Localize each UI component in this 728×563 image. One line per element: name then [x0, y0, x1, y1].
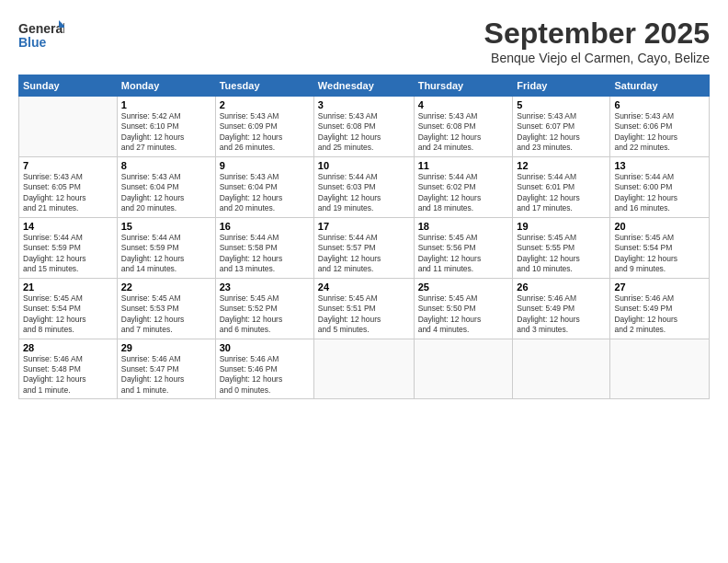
day-number: 3	[318, 99, 410, 110]
day-info: Sunrise: 5:44 AM Sunset: 5:59 PM Dayligh…	[23, 233, 113, 275]
day-info: Sunrise: 5:44 AM Sunset: 5:58 PM Dayligh…	[220, 233, 310, 275]
calendar-cell: 18Sunrise: 5:45 AM Sunset: 5:56 PM Dayli…	[414, 217, 513, 278]
calendar-week-5: 28Sunrise: 5:46 AM Sunset: 5:48 PM Dayli…	[19, 339, 710, 399]
day-number: 1	[121, 99, 211, 110]
day-number: 30	[220, 342, 310, 353]
day-number: 25	[418, 282, 509, 293]
day-info: Sunrise: 5:43 AM Sunset: 6:05 PM Dayligh…	[23, 172, 113, 214]
day-info: Sunrise: 5:42 AM Sunset: 6:10 PM Dayligh…	[121, 111, 211, 154]
logo-icon: General Blue	[18, 17, 64, 53]
calendar-header-tuesday: Tuesday	[215, 75, 313, 97]
day-number: 9	[220, 160, 310, 171]
svg-text:Blue: Blue	[18, 35, 47, 50]
svg-text:General: General	[18, 21, 64, 36]
calendar-header-saturday: Saturday	[610, 75, 710, 97]
calendar-cell: 21Sunrise: 5:45 AM Sunset: 5:54 PM Dayli…	[19, 278, 118, 339]
day-number: 6	[614, 99, 705, 110]
calendar-cell: 7Sunrise: 5:43 AM Sunset: 6:05 PM Daylig…	[19, 156, 118, 217]
day-number: 5	[517, 99, 606, 110]
day-info: Sunrise: 5:45 AM Sunset: 5:55 PM Dayligh…	[517, 233, 606, 275]
day-number: 11	[418, 160, 509, 171]
day-info: Sunrise: 5:46 AM Sunset: 5:48 PM Dayligh…	[23, 354, 113, 396]
day-info: Sunrise: 5:45 AM Sunset: 5:54 PM Dayligh…	[23, 293, 113, 336]
day-number: 8	[121, 160, 211, 171]
day-info: Sunrise: 5:44 AM Sunset: 5:57 PM Dayligh…	[318, 233, 410, 275]
calendar-cell	[19, 97, 118, 157]
day-number: 23	[220, 282, 310, 293]
calendar-cell	[610, 339, 710, 399]
calendar-week-4: 21Sunrise: 5:45 AM Sunset: 5:54 PM Dayli…	[19, 278, 710, 339]
calendar-cell: 14Sunrise: 5:44 AM Sunset: 5:59 PM Dayli…	[19, 217, 118, 278]
day-number: 20	[614, 221, 705, 232]
day-info: Sunrise: 5:46 AM Sunset: 5:46 PM Dayligh…	[220, 354, 310, 396]
day-info: Sunrise: 5:43 AM Sunset: 6:04 PM Dayligh…	[220, 172, 310, 214]
day-number: 2	[220, 99, 310, 110]
calendar-header-thursday: Thursday	[414, 75, 513, 97]
day-number: 12	[517, 160, 606, 171]
calendar-cell: 27Sunrise: 5:46 AM Sunset: 5:49 PM Dayli…	[610, 278, 710, 339]
calendar-table: SundayMondayTuesdayWednesdayThursdayFrid…	[18, 75, 710, 399]
day-number: 4	[418, 99, 509, 110]
day-number: 26	[517, 282, 606, 293]
calendar-cell: 22Sunrise: 5:45 AM Sunset: 5:53 PM Dayli…	[117, 278, 215, 339]
calendar-cell: 13Sunrise: 5:44 AM Sunset: 6:00 PM Dayli…	[610, 156, 710, 217]
day-number: 15	[121, 221, 211, 232]
logo: General Blue	[18, 17, 64, 53]
calendar-cell: 16Sunrise: 5:44 AM Sunset: 5:58 PM Dayli…	[215, 217, 313, 278]
calendar-week-3: 14Sunrise: 5:44 AM Sunset: 5:59 PM Dayli…	[19, 217, 710, 278]
day-number: 10	[318, 160, 410, 171]
day-info: Sunrise: 5:45 AM Sunset: 5:50 PM Dayligh…	[418, 293, 509, 336]
day-number: 19	[517, 221, 606, 232]
day-info: Sunrise: 5:46 AM Sunset: 5:47 PM Dayligh…	[121, 354, 211, 396]
calendar-cell: 10Sunrise: 5:44 AM Sunset: 6:03 PM Dayli…	[313, 156, 414, 217]
calendar-cell: 28Sunrise: 5:46 AM Sunset: 5:48 PM Dayli…	[19, 339, 118, 399]
day-number: 16	[220, 221, 310, 232]
calendar-header-wednesday: Wednesday	[313, 75, 414, 97]
calendar-header-friday: Friday	[513, 75, 610, 97]
calendar-cell: 25Sunrise: 5:45 AM Sunset: 5:50 PM Dayli…	[414, 278, 513, 339]
calendar-cell: 19Sunrise: 5:45 AM Sunset: 5:55 PM Dayli…	[513, 217, 610, 278]
day-number: 22	[121, 282, 211, 293]
calendar-cell	[313, 339, 414, 399]
calendar-cell: 6Sunrise: 5:43 AM Sunset: 6:06 PM Daylig…	[610, 97, 710, 157]
day-number: 14	[23, 221, 113, 232]
calendar-cell: 2Sunrise: 5:43 AM Sunset: 6:09 PM Daylig…	[215, 97, 313, 157]
day-info: Sunrise: 5:43 AM Sunset: 6:07 PM Dayligh…	[517, 111, 606, 154]
day-number: 28	[23, 342, 113, 353]
calendar-week-2: 7Sunrise: 5:43 AM Sunset: 6:05 PM Daylig…	[19, 156, 710, 217]
calendar-cell: 3Sunrise: 5:43 AM Sunset: 6:08 PM Daylig…	[313, 97, 414, 157]
day-number: 29	[121, 342, 211, 353]
day-number: 18	[418, 221, 509, 232]
calendar-cell	[414, 339, 513, 399]
day-number: 21	[23, 282, 113, 293]
calendar-cell: 20Sunrise: 5:45 AM Sunset: 5:54 PM Dayli…	[610, 217, 710, 278]
day-info: Sunrise: 5:43 AM Sunset: 6:08 PM Dayligh…	[318, 111, 410, 154]
calendar-header-sunday: Sunday	[19, 75, 118, 97]
calendar-cell: 30Sunrise: 5:46 AM Sunset: 5:46 PM Dayli…	[215, 339, 313, 399]
calendar-cell: 11Sunrise: 5:44 AM Sunset: 6:02 PM Dayli…	[414, 156, 513, 217]
day-info: Sunrise: 5:44 AM Sunset: 5:59 PM Dayligh…	[121, 233, 211, 275]
day-info: Sunrise: 5:46 AM Sunset: 5:49 PM Dayligh…	[517, 293, 606, 336]
title-block: September 2025 Benque Viejo el Carmen, C…	[484, 17, 710, 65]
page-header: General Blue September 2025 Benque Viejo…	[18, 17, 710, 65]
day-info: Sunrise: 5:45 AM Sunset: 5:54 PM Dayligh…	[614, 233, 705, 275]
calendar-cell: 9Sunrise: 5:43 AM Sunset: 6:04 PM Daylig…	[215, 156, 313, 217]
day-info: Sunrise: 5:43 AM Sunset: 6:08 PM Dayligh…	[418, 111, 509, 154]
calendar-cell: 29Sunrise: 5:46 AM Sunset: 5:47 PM Dayli…	[117, 339, 215, 399]
day-number: 24	[318, 282, 410, 293]
calendar-cell: 17Sunrise: 5:44 AM Sunset: 5:57 PM Dayli…	[313, 217, 414, 278]
day-info: Sunrise: 5:43 AM Sunset: 6:06 PM Dayligh…	[614, 111, 705, 154]
day-info: Sunrise: 5:45 AM Sunset: 5:52 PM Dayligh…	[220, 293, 310, 336]
calendar-header-row: SundayMondayTuesdayWednesdayThursdayFrid…	[19, 75, 710, 97]
location-subtitle: Benque Viejo el Carmen, Cayo, Belize	[484, 51, 710, 65]
day-number: 7	[23, 160, 113, 171]
calendar-cell: 26Sunrise: 5:46 AM Sunset: 5:49 PM Dayli…	[513, 278, 610, 339]
calendar-cell: 1Sunrise: 5:42 AM Sunset: 6:10 PM Daylig…	[117, 97, 215, 157]
day-info: Sunrise: 5:44 AM Sunset: 6:03 PM Dayligh…	[318, 172, 410, 214]
calendar-cell: 23Sunrise: 5:45 AM Sunset: 5:52 PM Dayli…	[215, 278, 313, 339]
calendar-week-1: 1Sunrise: 5:42 AM Sunset: 6:10 PM Daylig…	[19, 97, 710, 157]
day-info: Sunrise: 5:46 AM Sunset: 5:49 PM Dayligh…	[614, 293, 705, 336]
day-number: 27	[614, 282, 705, 293]
day-info: Sunrise: 5:44 AM Sunset: 6:02 PM Dayligh…	[418, 172, 509, 214]
calendar-cell: 4Sunrise: 5:43 AM Sunset: 6:08 PM Daylig…	[414, 97, 513, 157]
